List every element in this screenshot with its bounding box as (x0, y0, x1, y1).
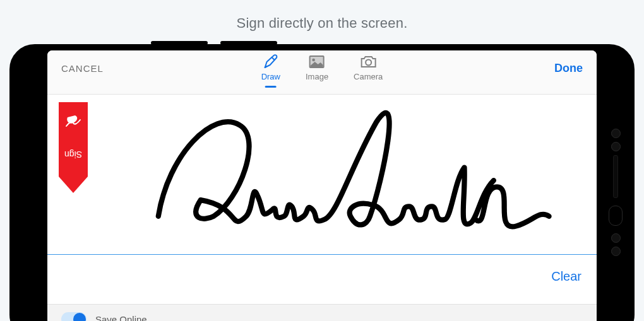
save-online-toggle[interactable] (61, 312, 86, 321)
sign-here-tag: Sign (59, 102, 88, 194)
phone-screen: CANCEL Draw (47, 50, 597, 321)
pen-icon (263, 54, 279, 69)
image-icon (309, 54, 325, 69)
speaker-slit (613, 155, 618, 198)
mode-tabs: Draw Image (261, 54, 383, 86)
active-tab-underline (265, 86, 277, 88)
signature-baseline (47, 254, 597, 255)
sensor-dot (611, 129, 621, 138)
done-button[interactable]: Done (554, 59, 583, 75)
sensor-dot (611, 142, 621, 151)
camera-icon (359, 54, 377, 69)
footer-bar: Save Online (47, 304, 597, 321)
svg-point-3 (366, 60, 371, 66)
sensor-dot (611, 233, 621, 243)
camera-lens (609, 206, 623, 226)
clear-button[interactable]: Clear (551, 269, 581, 284)
save-online-label: Save Online (95, 314, 147, 322)
sensor-dot (611, 247, 621, 256)
signature-canvas[interactable]: Sign Clear (47, 95, 597, 304)
tab-label: Draw (261, 72, 280, 81)
sign-tag-text: Sign (64, 149, 82, 160)
signature-stroke (142, 95, 559, 260)
toolbar: CANCEL Draw (47, 50, 597, 95)
phone-frame: CANCEL Draw (9, 44, 635, 321)
svg-point-2 (313, 59, 316, 62)
tab-draw[interactable]: Draw (261, 54, 280, 86)
phone-sensor-cluster (597, 47, 635, 321)
tab-label: Camera (354, 72, 383, 81)
tab-image[interactable]: Image (306, 54, 328, 86)
tab-label: Image (306, 72, 328, 81)
cancel-button[interactable]: CANCEL (61, 59, 104, 74)
page-caption: Sign directly on the screen. (0, 0, 644, 32)
tab-camera[interactable]: Camera (354, 54, 383, 86)
stage: Sign directly on the screen. CANCEL (0, 0, 644, 321)
